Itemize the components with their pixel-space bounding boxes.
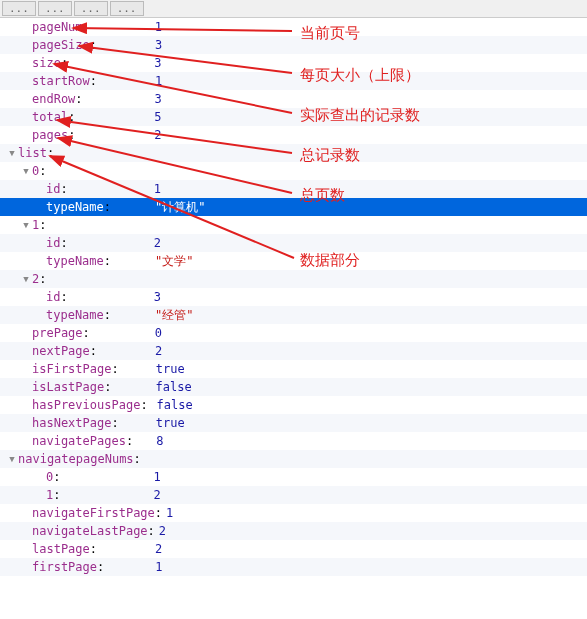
property-value: true bbox=[156, 414, 185, 432]
property-key: 0 bbox=[46, 468, 53, 486]
property-value: 2 bbox=[155, 540, 162, 558]
tree-row-id[interactable]: id:1 bbox=[0, 180, 587, 198]
tree-row-pages[interactable]: pages:2 bbox=[0, 126, 587, 144]
expand-toggle-icon[interactable]: ▼ bbox=[20, 270, 32, 288]
property-key: typeName bbox=[46, 252, 104, 270]
tree-row-0[interactable]: 0:1 bbox=[0, 468, 587, 486]
property-value: true bbox=[156, 360, 185, 378]
property-key: 1 bbox=[32, 216, 39, 234]
property-value: "计算机" bbox=[155, 198, 205, 216]
tree-row-typeName[interactable]: typeName:"计算机" bbox=[0, 198, 587, 216]
property-key: nextPage bbox=[32, 342, 90, 360]
property-value: false bbox=[155, 378, 191, 396]
toolbar-tab[interactable]: ... bbox=[2, 1, 36, 16]
tree-row-1[interactable]: 1:2 bbox=[0, 486, 587, 504]
expand-toggle-icon[interactable]: ▼ bbox=[20, 216, 32, 234]
property-value: 2 bbox=[153, 486, 160, 504]
tree-row-prePage[interactable]: prePage:0 bbox=[0, 324, 587, 342]
tree-row-total[interactable]: total:5 bbox=[0, 108, 587, 126]
json-tree: pageNum:1pageSize:3size:3startRow:1endRo… bbox=[0, 18, 587, 576]
tree-row-pageNum[interactable]: pageNum:1 bbox=[0, 18, 587, 36]
tree-row-isLastPage[interactable]: isLastPage:false bbox=[0, 378, 587, 396]
tree-row-id[interactable]: id:2 bbox=[0, 234, 587, 252]
property-key: navigatePages bbox=[32, 432, 126, 450]
tree-row-list[interactable]: ▼list: bbox=[0, 144, 587, 162]
toolbar-tab[interactable]: ... bbox=[38, 1, 72, 16]
property-value: 1 bbox=[153, 468, 160, 486]
property-value: 1 bbox=[155, 18, 162, 36]
property-key: id bbox=[46, 234, 60, 252]
property-key: pageSize bbox=[32, 36, 90, 54]
tree-row-1[interactable]: ▼1: bbox=[0, 216, 587, 234]
property-value: 2 bbox=[154, 126, 161, 144]
tree-row-size[interactable]: size:3 bbox=[0, 54, 587, 72]
property-key: size bbox=[32, 54, 61, 72]
property-key: list bbox=[18, 144, 47, 162]
property-value: 1 bbox=[155, 72, 162, 90]
property-key: isLastPage bbox=[32, 378, 104, 396]
property-value: 3 bbox=[154, 288, 161, 306]
property-key: hasPreviousPage bbox=[32, 396, 140, 414]
property-key: 0 bbox=[32, 162, 39, 180]
tree-row-pageSize[interactable]: pageSize:3 bbox=[0, 36, 587, 54]
property-value: 2 bbox=[154, 234, 161, 252]
property-key: pageNum bbox=[32, 18, 83, 36]
expand-toggle-icon[interactable]: ▼ bbox=[20, 162, 32, 180]
property-value: 1 bbox=[155, 558, 162, 576]
expand-toggle-icon[interactable]: ▼ bbox=[6, 144, 18, 162]
tree-row-startRow[interactable]: startRow:1 bbox=[0, 72, 587, 90]
property-value: 5 bbox=[154, 108, 161, 126]
tree-row-hasNextPage[interactable]: hasNextPage:true bbox=[0, 414, 587, 432]
property-value: 0 bbox=[155, 324, 162, 342]
property-key: endRow bbox=[32, 90, 75, 108]
tree-row-navigateFirstPage[interactable]: navigateFirstPage:1 bbox=[0, 504, 587, 522]
property-value: 2 bbox=[159, 522, 166, 540]
property-value: 3 bbox=[154, 54, 161, 72]
toolbar-tab[interactable]: ... bbox=[74, 1, 108, 16]
property-key: prePage bbox=[32, 324, 83, 342]
toolbar: ... ... ... ... bbox=[0, 0, 587, 18]
property-value: 3 bbox=[155, 36, 162, 54]
tree-row-typeName[interactable]: typeName:"文学" bbox=[0, 252, 587, 270]
property-key: id bbox=[46, 288, 60, 306]
property-key: navigateFirstPage bbox=[32, 504, 155, 522]
tree-row-endRow[interactable]: endRow:3 bbox=[0, 90, 587, 108]
property-key: typeName bbox=[46, 198, 104, 216]
tree-row-typeName[interactable]: typeName:"经管" bbox=[0, 306, 587, 324]
tree-row-lastPage[interactable]: lastPage:2 bbox=[0, 540, 587, 558]
property-value: "经管" bbox=[155, 306, 193, 324]
expand-toggle-icon[interactable]: ▼ bbox=[6, 450, 18, 468]
property-key: 1 bbox=[46, 486, 53, 504]
toolbar-tab[interactable]: ... bbox=[110, 1, 144, 16]
tree-row-0[interactable]: ▼0: bbox=[0, 162, 587, 180]
tree-row-hasPreviousPage[interactable]: hasPreviousPage:false bbox=[0, 396, 587, 414]
tree-row-nextPage[interactable]: nextPage:2 bbox=[0, 342, 587, 360]
property-key: hasNextPage bbox=[32, 414, 111, 432]
tree-row-2[interactable]: ▼2: bbox=[0, 270, 587, 288]
property-value: 1 bbox=[154, 180, 161, 198]
tree-row-navigatePages[interactable]: navigatePages:8 bbox=[0, 432, 587, 450]
property-value: false bbox=[157, 396, 193, 414]
property-key: navigatepageNums bbox=[18, 450, 134, 468]
property-key: firstPage bbox=[32, 558, 97, 576]
property-key: 2 bbox=[32, 270, 39, 288]
property-key: total bbox=[32, 108, 68, 126]
tree-row-isFirstPage[interactable]: isFirstPage:true bbox=[0, 360, 587, 378]
property-key: lastPage bbox=[32, 540, 90, 558]
property-value: 1 bbox=[166, 504, 173, 522]
property-key: id bbox=[46, 180, 60, 198]
property-key: pages bbox=[32, 126, 68, 144]
property-value: 8 bbox=[156, 432, 163, 450]
tree-row-id[interactable]: id:3 bbox=[0, 288, 587, 306]
tree-row-navigatepageNums[interactable]: ▼navigatepageNums: bbox=[0, 450, 587, 468]
tree-row-firstPage[interactable]: firstPage:1 bbox=[0, 558, 587, 576]
property-key: typeName bbox=[46, 306, 104, 324]
property-value: 2 bbox=[155, 342, 162, 360]
property-key: isFirstPage bbox=[32, 360, 111, 378]
property-value: 3 bbox=[155, 90, 162, 108]
property-key: startRow bbox=[32, 72, 90, 90]
property-value: "文学" bbox=[155, 252, 193, 270]
tree-row-navigateLastPage[interactable]: navigateLastPage:2 bbox=[0, 522, 587, 540]
property-key: navigateLastPage bbox=[32, 522, 148, 540]
